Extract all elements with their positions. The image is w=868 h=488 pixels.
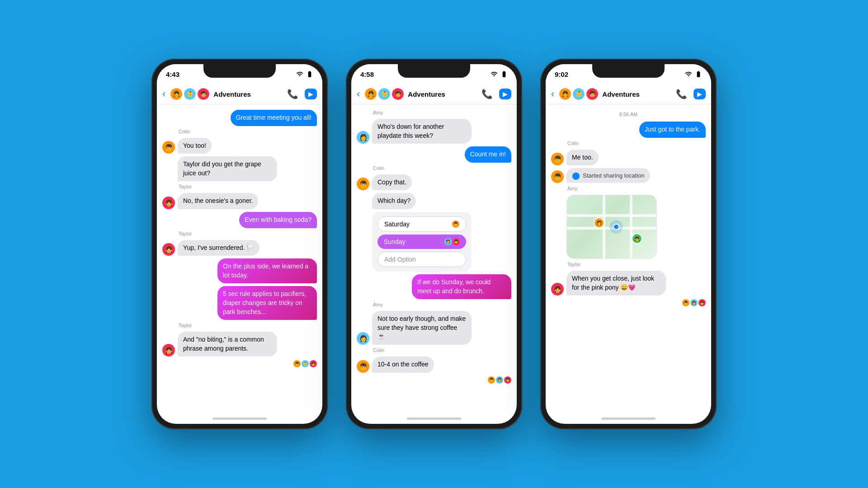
vote-2: 👩 bbox=[444, 238, 452, 245]
phone-2: 4:58 ‹ 👧 👶 🧒 Adventures 📞 ▶ bbox=[346, 59, 522, 429]
chat-body-3: 8:56 AM Just got to the park. Colin 👦 Me… bbox=[546, 104, 711, 413]
time-3: 9:02 bbox=[555, 70, 568, 78]
time-1: 4:43 bbox=[166, 70, 179, 78]
video-button-3[interactable]: ▶ bbox=[693, 89, 706, 99]
sender-amy-p3: Amy bbox=[567, 186, 706, 191]
msg-10-4: 👦 10-4 on the coffee bbox=[357, 357, 511, 373]
bubble-you-too: You too! bbox=[178, 138, 212, 154]
back-button-3[interactable]: ‹ bbox=[551, 88, 554, 100]
add-option-button[interactable]: Add Option bbox=[377, 252, 466, 267]
phone-icon-3[interactable]: 📞 bbox=[676, 89, 687, 99]
receipt-2-2: 👩 bbox=[496, 376, 503, 384]
bubble-onesie: No, the onesie's a goner. bbox=[178, 193, 258, 209]
msg-5sec: 5 sec rule applies to pacifiers, diaper … bbox=[162, 286, 317, 320]
map-widget-container: 👩 👧 bbox=[566, 195, 706, 259]
location-share-notification: 👦 ⬤ Started sharing location bbox=[551, 168, 706, 183]
status-icons-1 bbox=[296, 70, 313, 78]
receipt-3-3: 👧 bbox=[698, 299, 706, 306]
receipt-avatar-2: 👶 bbox=[302, 360, 309, 367]
chat-header-2: ‹ 👧 👶 🧒 Adventures 📞 ▶ bbox=[351, 84, 517, 104]
msg-you-too: 👦 You too! bbox=[162, 138, 317, 154]
avatar-amy-1: 👩 bbox=[357, 131, 369, 144]
poll-option-sunday-label: Sunday bbox=[384, 238, 405, 245]
bubble-playdate: Who's down for another playdate this wee… bbox=[372, 119, 472, 144]
header-avatars-1: 👧 👶 🧒 bbox=[170, 88, 210, 100]
phone-3: 9:02 ‹ 👧 👶 🧒 Adventures 📞 ▶ bbox=[540, 59, 717, 429]
receipt-3-1: 👦 bbox=[682, 299, 689, 306]
msg-grape-juice: Taylor did you get the grape juice out? bbox=[162, 156, 317, 181]
back-button-2[interactable]: ‹ bbox=[357, 88, 360, 100]
msg-plus-side: On the plus side, we learned a lot today… bbox=[162, 258, 317, 283]
msg-which-day: Which day? bbox=[357, 193, 511, 209]
msg-baking-soda: Even with baking soda? bbox=[162, 212, 317, 228]
vote-3: 👧 bbox=[453, 238, 460, 245]
back-button-1[interactable]: ‹ bbox=[162, 88, 165, 100]
bubble-which-day: Which day? bbox=[372, 193, 416, 209]
bubble-10-4: 10-4 on the coffee bbox=[372, 357, 434, 373]
avatar-taylor-1: 👧 bbox=[162, 197, 175, 209]
vote-1: 👦 bbox=[452, 221, 459, 228]
bubble-no-biting: And "no biting," is a common phrase amon… bbox=[178, 332, 277, 357]
status-bar-2: 4:58 bbox=[351, 64, 517, 84]
poll-option-saturday-label: Saturday bbox=[384, 221, 410, 228]
timestamp-3: 8:56 AM bbox=[551, 112, 706, 117]
avatar-colin-1: 👦 bbox=[162, 141, 175, 154]
receipts-2: 👦 👩 👧 bbox=[357, 376, 511, 384]
header-avatars-2: 👧 👶 🧒 bbox=[364, 88, 404, 100]
home-indicator-1 bbox=[212, 418, 267, 420]
bubble-copy-that: Copy that. bbox=[372, 174, 412, 191]
video-button-1[interactable]: ▶ bbox=[305, 89, 317, 99]
location-widget[interactable]: 👩 👧 bbox=[566, 195, 657, 259]
bubble-sunday-brunch: If we do Sunday, we could meet up and do… bbox=[412, 274, 511, 299]
header-actions-2: 📞 ▶ bbox=[481, 89, 511, 99]
phone-icon-1[interactable]: 📞 bbox=[287, 89, 298, 99]
bubble-not-early: Not too early though, and make sure they… bbox=[372, 311, 472, 345]
sender-amy-1: Amy bbox=[373, 110, 511, 115]
map-road-1 bbox=[567, 214, 656, 217]
poll-votes-sunday: 👩 👧 bbox=[444, 238, 460, 245]
time-2: 4:58 bbox=[360, 70, 374, 78]
msg-pink-pony: 👧 When you get close, just look for the … bbox=[551, 271, 706, 296]
msg-surrendered: 👧 Yup, I've surrendered. 🏳️ bbox=[162, 240, 317, 256]
map-avatar-2: 👧 bbox=[632, 233, 642, 244]
bottom-bar-3 bbox=[546, 413, 711, 424]
header-actions-3: 📞 ▶ bbox=[676, 89, 706, 99]
status-bar-3: 9:02 bbox=[546, 64, 711, 84]
map-road-3 bbox=[603, 195, 605, 258]
sender-colin-p3: Colin bbox=[567, 141, 706, 146]
location-share-text: Started sharing location bbox=[583, 172, 645, 179]
receipt-3-2: 👩 bbox=[690, 299, 698, 306]
avatar-colin-3: 👦 bbox=[357, 360, 369, 373]
avatar-colin-loc: 👦 bbox=[551, 170, 564, 183]
bubble-pink-pony: When you get close, just look for the pi… bbox=[566, 271, 666, 296]
poll-option-sunday[interactable]: Sunday 👩 👧 bbox=[377, 235, 466, 249]
location-share-bubble: ⬤ Started sharing location bbox=[566, 168, 650, 183]
chat-header-1: ‹ 👧 👶 🧒 Adventures 📞 ▶ bbox=[157, 84, 322, 104]
sender-colin-2: Colin bbox=[373, 165, 511, 171]
phone-icon-2[interactable]: 📞 bbox=[481, 89, 493, 99]
location-share-icon: ⬤ bbox=[572, 171, 580, 180]
poll-widget: Saturday 👦 Sunday 👩 👧 Ad bbox=[372, 212, 511, 272]
msg-not-early: 👩 Not too early though, and make sure th… bbox=[357, 311, 511, 345]
map-dot-center bbox=[613, 224, 619, 230]
phones-container: 4:43 ‹ 👧 👶 🧒 Adventures 📞 ▶ bbox=[151, 59, 717, 429]
map-road-4 bbox=[630, 195, 632, 258]
home-indicator-3 bbox=[601, 418, 656, 420]
phone-1: 4:43 ‹ 👧 👶 🧒 Adventures 📞 ▶ bbox=[151, 59, 328, 429]
receipt-2-1: 👦 bbox=[488, 376, 495, 384]
sender-taylor-p3: Taylor bbox=[567, 262, 706, 267]
status-icons-3 bbox=[685, 70, 702, 78]
bottom-bar-1 bbox=[157, 413, 322, 424]
chat-body-1: Great time meeting you all! Colin 👦 You … bbox=[157, 104, 322, 413]
header-actions-1: 📞 ▶ bbox=[287, 89, 317, 99]
status-bar-1: 4:43 bbox=[157, 64, 322, 84]
video-button-2[interactable]: ▶ bbox=[499, 89, 511, 99]
chat-header-3: ‹ 👧 👶 🧒 Adventures 📞 ▶ bbox=[546, 84, 711, 104]
header-title-3: Adventures bbox=[602, 90, 672, 98]
msg-sunday-brunch: If we do Sunday, we could meet up and do… bbox=[357, 274, 511, 299]
receipts-1: 👦 👶 👧 bbox=[162, 360, 317, 367]
receipt-avatar-1: 👦 bbox=[293, 360, 301, 367]
bubble-great-time: Great time meeting you all! bbox=[231, 110, 317, 126]
poll-option-saturday[interactable]: Saturday 👦 bbox=[377, 216, 466, 232]
bubble-surrendered: Yup, I've surrendered. 🏳️ bbox=[178, 240, 259, 256]
